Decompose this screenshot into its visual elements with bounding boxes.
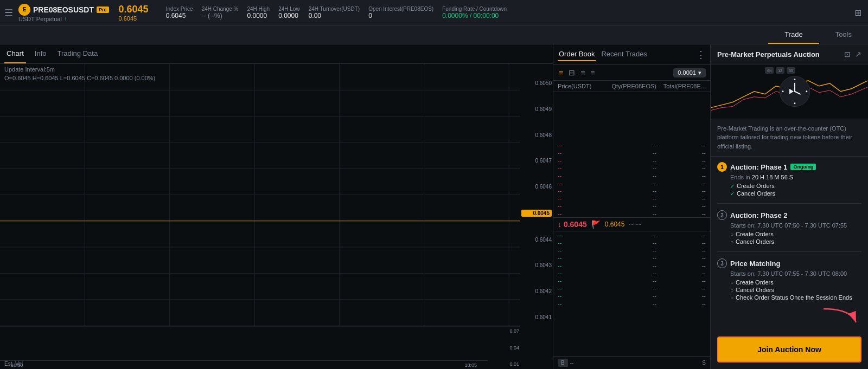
external-link-icon[interactable]: ↗ — [855, 50, 861, 59]
phase-2-num: 2 — [717, 210, 727, 220]
ob-sell-rows: ------ ------ ------ ------ ------ -----… — [553, 92, 710, 217]
ob-footer-btn-b[interactable]: B — [558, 359, 568, 367]
ob-view-buy[interactable]: ≡ — [589, 67, 596, 78]
tab-trading-data[interactable]: Trading Data — [55, 44, 100, 63]
auction-phases: 1 Auction: Phase 1 Ongoing Ends in 20 H … — [711, 157, 868, 306]
phase-1-countdown: Ends in 20 H 18 M 56 S — [717, 174, 861, 180]
auction-description: Pre-Market Trading is an over-the-counte… — [711, 119, 868, 157]
ob-mid-dots: ········· — [629, 222, 641, 227]
price-axis: 0.6050 0.6049 0.6048 0.6047 0.6046 0.604… — [520, 64, 553, 326]
phase-1-header: 1 Auction: Phase 1 Ongoing — [717, 162, 861, 172]
phase-3-features: ○ Create Orders ○ Cancel Orders ○ Check … — [717, 279, 861, 301]
main-layout: Chart Info Trading Data Update Interval:… — [0, 44, 868, 369]
ob-precision-select[interactable]: 0.0001 ▾ — [673, 68, 706, 77]
chevron-down-icon: ▾ — [698, 69, 701, 76]
ob-buy-row: ------ — [553, 284, 710, 292]
price-big: 0.6045 — [119, 4, 149, 15]
join-auction-button[interactable]: Join Auction Now — [717, 336, 861, 362]
price-tick-8: 0.6042 — [521, 288, 552, 294]
chart-area: Chart Info Trading Data Update Interval:… — [0, 44, 553, 369]
ob-buy-row: ------ — [553, 292, 710, 300]
ob-tab-orderbook[interactable]: Order Book — [558, 48, 596, 61]
chart-content: Update Interval:5m O=0.6045 H=0.6045 L=0… — [0, 64, 553, 369]
ob-buy-row: ------ — [553, 254, 710, 262]
ob-view-bars[interactable]: ⊟ — [567, 67, 576, 78]
ob-sell-row: ------ — [553, 157, 710, 164]
phase-3-feature-0: ○ Create Orders — [730, 279, 861, 286]
pair-subtitle: USDT Perpetual ↑ — [18, 16, 109, 22]
phase-2: 2 Auction: Phase 2 Starts on: 7.30 UTC 0… — [717, 210, 861, 245]
auction-preview: 6h 12 35 — [711, 64, 868, 119]
ob-sell-row: ------ — [553, 172, 710, 179]
tab-trade[interactable]: Trade — [768, 26, 819, 44]
top-right-tabs: Trade Tools — [768, 26, 868, 44]
price-tick-1: 0.6049 — [521, 106, 552, 112]
ob-sell-row: ------ — [553, 195, 710, 202]
phase-divider-1 — [717, 203, 861, 204]
ob-col-header: Price(USDT) Qty(PRE08EOS) Total(PRE08E..… — [553, 81, 710, 92]
ob-sell-row: ------ — [553, 202, 710, 210]
auction-panel-header: Pre-Market Perpetuals Auction ⊡ ↗ — [711, 44, 868, 64]
ob-rows: ------ ------ ------ ------ ------ -----… — [553, 92, 710, 356]
auction-panel: Pre-Market Perpetuals Auction ⊡ ↗ — [711, 44, 868, 369]
chart-tabs: Chart Info Trading Data — [0, 44, 553, 64]
vol-axis: 0.07 0.04 0.01 — [488, 326, 520, 369]
price-tick-0: 0.6050 — [521, 80, 552, 86]
ob-buy-row: ------ — [553, 231, 710, 239]
vol-tick-1: 0.04 — [489, 345, 519, 351]
expand-icon[interactable]: ⊡ — [844, 50, 851, 59]
stat-24h-low: 24H Low 0.0000 — [278, 6, 299, 20]
auction-panel-icons: ⊡ ↗ — [844, 50, 861, 59]
svg-point-23 — [794, 102, 795, 104]
time-tick-0: 16:00 — [11, 362, 23, 368]
stat-index-price: Index Price 0.6045 — [166, 6, 193, 20]
ob-more-icon[interactable]: ⋮ — [696, 49, 706, 61]
svg-text:12: 12 — [778, 69, 782, 73]
phase-3-header: 3 Price Matching — [717, 258, 861, 268]
ob-tab-recent-trades[interactable]: Recent Trades — [600, 48, 648, 61]
phase-3-starts: Starts on: 7.30 UTC 07:55 - 7.30 UTC 08:… — [717, 270, 861, 277]
ob-view-both[interactable]: ≡ — [558, 67, 564, 78]
stat-open-interest: Open Interest(PRE08EOS) 0 — [368, 6, 433, 20]
stat-24h-turnover: 24H Turnover(USDT) 0.00 — [309, 6, 360, 20]
phase-2-starts: Starts on: 7.30 UTC 07:50 - 7.30 UTC 07:… — [717, 222, 861, 229]
auction-panel-title: Pre-Market Perpetuals Auction — [717, 50, 840, 59]
top-bar-right: ⊞ — [852, 5, 864, 20]
up-arrow-icon: ↑ — [64, 16, 67, 22]
ob-sell-row: ------ — [553, 149, 710, 157]
phase-3: 3 Price Matching Starts on: 7.30 UTC 07:… — [717, 258, 861, 301]
ob-footer-dash: -- — [570, 360, 574, 366]
stat-24h-high: 24H High 0.0000 — [247, 6, 270, 20]
ob-buy-row: ------ — [553, 269, 710, 277]
tab-info[interactable]: Info — [33, 44, 49, 63]
menu-icon[interactable]: ☰ — [4, 7, 13, 19]
phase-divider-2 — [717, 251, 861, 252]
ob-mid-price: ↓ 0.6045 — [558, 220, 587, 229]
price-tick-6: 0.6044 — [521, 237, 552, 243]
ob-buy-row: ------ — [553, 300, 710, 307]
vol-area: Est. Vol 0.07 0.04 0.01 16:00 18:05 — [0, 326, 520, 369]
svg-text:6h: 6h — [767, 69, 771, 73]
ob-footer: B -- S — [553, 356, 710, 369]
pair-info: E PRE08EOSUSDT Pre USDT Perpetual ↑ — [18, 4, 109, 22]
ob-buy-row: ------ — [553, 277, 710, 284]
price-tick-9: 0.6041 — [521, 314, 552, 320]
ob-view-sell[interactable]: ≡ — [579, 67, 586, 78]
ob-sell-row: ------ — [553, 179, 710, 187]
ob-controls: ≡ ⊟ ≡ ≡ 0.0001 ▾ — [553, 65, 710, 81]
circle-icon: ○ — [730, 231, 733, 237]
time-tick-1: 18:05 — [464, 362, 477, 368]
time-axis: 16:00 18:05 — [0, 360, 488, 369]
layout-icon[interactable]: ⊞ — [852, 5, 864, 20]
ob-mid-flag: 🚩 — [591, 220, 601, 229]
tab-tools[interactable]: Tools — [819, 26, 868, 44]
circle-icon: ○ — [730, 280, 733, 286]
ob-buy-row: ------ — [553, 262, 710, 269]
pair-icon: E — [18, 4, 30, 16]
ob-sell-row: ------ — [553, 210, 710, 217]
phase-1-num: 1 — [717, 162, 727, 172]
stat-funding-rate: Funding Rate / Countdown 0.0000% / 00:00… — [442, 6, 507, 20]
tab-chart[interactable]: Chart — [4, 44, 26, 63]
ob-col-total: Total(PRE08E... — [656, 83, 706, 89]
phase-3-title: Price Matching — [730, 260, 780, 268]
